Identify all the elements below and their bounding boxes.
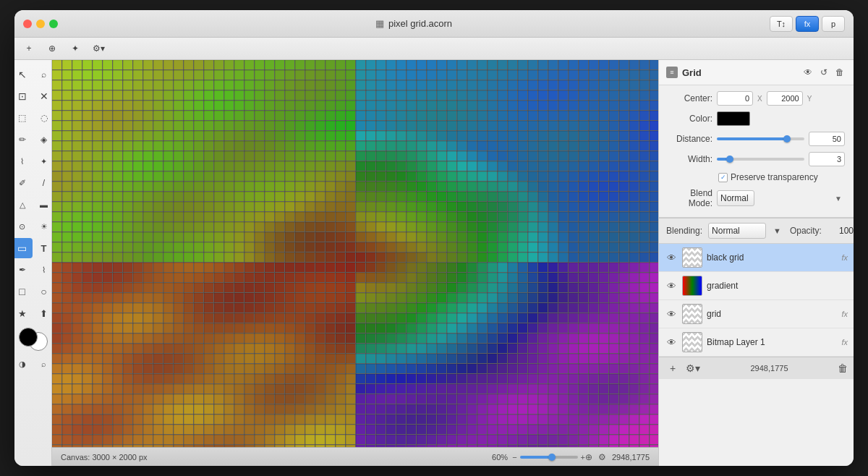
fill-tool[interactable]: △ — [14, 195, 33, 215]
filter-drag-handle[interactable]: ≡ — [666, 67, 678, 78]
layers-add-button[interactable]: + — [665, 360, 681, 376]
sidebar-toggle-icon[interactable]: ▦ — [375, 18, 384, 29]
width-slider-container — [717, 158, 804, 161]
layer-bitmap-name: Bitmap Layer 1 — [707, 337, 834, 347]
blend-select-wrapper: Normal Multiply Screen Overlay ▼ — [717, 190, 845, 206]
tool-pair-4: ✏ ◈ — [14, 129, 54, 150]
canvas-info: Canvas: 3000 × 2000 px — [61, 453, 492, 462]
text-tool-icon: T↕ — [777, 20, 786, 28]
pencil-tool[interactable]: ✐ — [14, 173, 33, 193]
minimize-button[interactable] — [36, 20, 45, 28]
color-picker-tool[interactable]: ◑ — [14, 354, 33, 374]
close-button[interactable] — [23, 20, 32, 28]
layer-gradient-thumb — [682, 276, 702, 296]
zoom-level: 60% — [492, 453, 508, 462]
eraser-tool2[interactable]: ▬ — [34, 195, 54, 215]
ellipse-select-tool[interactable]: ◌ — [34, 108, 54, 128]
globe-button[interactable]: ⊕ — [43, 41, 61, 56]
circle-tool[interactable]: ○ — [34, 281, 54, 302]
blend-row: Blend Mode: Normal Multiply Screen Overl… — [668, 188, 845, 208]
fx-button[interactable]: fx — [796, 16, 819, 32]
stamp-tool[interactable]: ⊙ — [14, 216, 33, 237]
add-filter-button[interactable]: + — [20, 41, 38, 56]
text-tool[interactable]: T — [34, 238, 54, 258]
text-tool-button[interactable]: T↕ — [770, 16, 793, 32]
layers-delete-button[interactable]: 🗑 — [838, 362, 848, 374]
maximize-button[interactable] — [49, 20, 58, 28]
status-bar: Canvas: 3000 × 2000 px 60% − + ⊕ ⚙ 2948,… — [52, 447, 658, 466]
tool-pair-1: ↖ ⌕ — [14, 64, 54, 85]
transform-tool[interactable]: ✕ — [34, 86, 54, 106]
zoom-out-icon[interactable]: − — [512, 453, 516, 462]
blending-select[interactable]: Normal — [708, 223, 766, 239]
center-y-input[interactable] — [767, 91, 803, 106]
main-area: ↖ ⌕ ⊡ ✕ ⬚ ◌ ✏ ◈ ⌇ ✦ ✐ / — [14, 60, 854, 466]
background-color[interactable] — [19, 328, 38, 347]
star-button[interactable]: ✦ — [67, 41, 84, 56]
smooth-tool[interactable]: ⌇ — [34, 260, 54, 280]
tool-pair-5: ⌇ ✦ — [14, 151, 54, 171]
title-center: ▦ pixel grid.acorn — [64, 18, 764, 29]
rect-shape-tool[interactable]: ▭ — [14, 238, 33, 258]
plus-status-icon[interactable]: ⊕ — [585, 452, 592, 462]
rect-select-tool[interactable]: ⬚ — [14, 108, 33, 128]
left-toolbar: ↖ ⌕ ⊡ ✕ ⬚ ◌ ✏ ◈ ⌇ ✦ ✐ / — [14, 60, 52, 466]
layer-black-grid-fx: fx — [841, 253, 848, 262]
filter-reset-button[interactable]: ↺ — [817, 66, 830, 79]
brush-tool[interactable]: ✏ — [14, 129, 33, 150]
crop-tool[interactable]: ⊡ — [14, 86, 33, 106]
canvas-image[interactable] — [52, 60, 658, 447]
blend-mode-select[interactable]: Normal Multiply Screen Overlay — [717, 190, 754, 206]
filter-delete-button[interactable]: 🗑 — [833, 66, 846, 79]
gear-status-icon[interactable]: ⚙ — [598, 452, 606, 462]
layer-grid[interactable]: 👁 grid fx — [659, 300, 854, 328]
center-x-input[interactable] — [717, 91, 753, 106]
filter-visibility-button[interactable]: 👁 — [801, 66, 814, 79]
rect-tool[interactable]: □ — [14, 281, 33, 302]
pen-tool[interactable]: ✒ — [14, 260, 33, 280]
layers-settings-button[interactable]: ⚙▾ — [685, 360, 701, 376]
color-swatch[interactable] — [717, 111, 750, 126]
filter-body: Center: X Y Color: Distance: — [659, 85, 854, 217]
distance-value-input[interactable] — [809, 132, 845, 146]
arrow-shape-tool[interactable]: ⬆ — [34, 303, 54, 323]
tool-pair-bottom: ◑ ⌕ — [14, 354, 54, 374]
layer-gradient-visibility[interactable]: 👁 — [665, 279, 678, 292]
width-slider[interactable] — [717, 158, 804, 161]
layer-bitmap-fx: fx — [841, 338, 848, 347]
distance-row: Distance: — [668, 132, 845, 146]
tool-pair-11: □ ○ — [14, 281, 54, 302]
opacity-value: 100% — [839, 226, 854, 236]
tool-pair-9: ▭ T — [14, 238, 54, 258]
lasso-tool[interactable]: ⌇ — [14, 151, 33, 171]
tool-pair-6: ✐ / — [14, 173, 54, 193]
layer-black-grid-visibility[interactable]: 👁 — [665, 251, 678, 264]
arrow-tool[interactable]: ↖ — [14, 64, 33, 85]
magic-wand-tool[interactable]: ✦ — [34, 151, 54, 171]
tool-pair-2: ⊡ ✕ — [14, 86, 54, 106]
width-value-input[interactable] — [809, 152, 845, 166]
layer-gradient[interactable]: 👁 gradient — [659, 272, 854, 300]
tool-pair-3: ⬚ ◌ — [14, 108, 54, 128]
zoom-slider[interactable] — [520, 456, 578, 459]
center-label: Center: — [668, 93, 712, 103]
smudge-tool[interactable]: ☀ — [34, 216, 54, 237]
layer-grid-visibility[interactable]: 👁 — [665, 307, 678, 320]
line-tool[interactable]: / — [34, 173, 54, 193]
blending-bar: Blending: Normal ▼ Opacity: 100% — [659, 218, 854, 244]
layer-bitmap-visibility[interactable]: 👁 — [665, 336, 678, 349]
star-tool[interactable]: ★ — [14, 303, 33, 323]
erase-tool[interactable]: ◈ — [34, 129, 54, 150]
layers-section: Blending: Normal ▼ Opacity: 100% 👁 — [659, 218, 854, 379]
layer-bitmap[interactable]: 👁 Bitmap Layer 1 fx — [659, 328, 854, 357]
zoom-tool[interactable]: ⌕ — [34, 64, 54, 85]
preserve-label: Preserve transparency — [731, 172, 818, 182]
settings-button[interactable]: ⚙▾ — [90, 41, 107, 56]
p-button[interactable]: p — [822, 16, 845, 32]
layer-black-grid[interactable]: 👁 black grid fx — [659, 244, 854, 272]
distance-slider[interactable] — [717, 137, 804, 140]
color-row: Color: — [668, 111, 845, 126]
layer-black-grid-name: black grid — [707, 252, 834, 263]
preserve-checkbox[interactable] — [718, 173, 728, 182]
zoom-tool2[interactable]: ⌕ — [34, 354, 54, 374]
